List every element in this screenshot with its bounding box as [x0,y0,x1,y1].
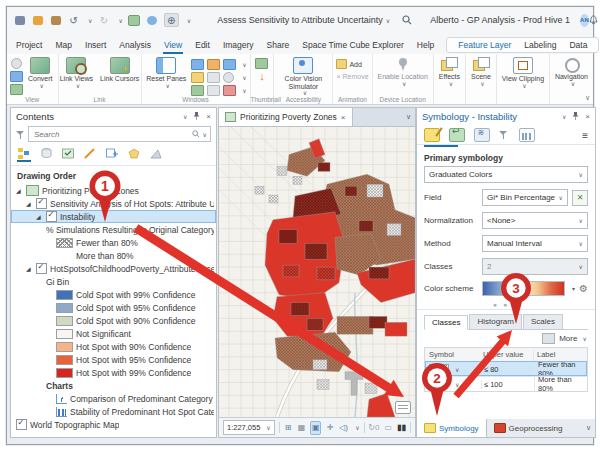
tab-scales[interactable]: Scales [523,314,563,329]
tab-analysis[interactable]: Analysis [118,38,152,54]
legend-item[interactable]: Hot Spot with 90% Confidence [11,340,216,353]
legend-item[interactable]: Cold Spot with 95% Confidence [11,301,216,314]
download-thumbnail-icon[interactable]: ↓ [259,71,265,81]
reset-panes-button[interactable]: Reset Panes∨ [144,56,188,90]
class-symbol-swatch[interactable] [429,364,449,374]
globe-icon[interactable] [146,14,159,26]
layer-item-map[interactable]: ◢ Prioritizing Poverty Zones [11,184,216,197]
symbology-menu-chevron-icon[interactable]: ∨ [562,113,566,120]
primary-symbology-icon[interactable] [424,128,440,142]
color-vision-simulator-button[interactable]: Color Vision Simulator∨ [277,56,329,98]
expand-icon[interactable]: ◢ [16,187,23,194]
legend-item[interactable]: Cold Spot with 99% Confidence [11,288,216,301]
tab-imagery[interactable]: Imagery [222,38,255,54]
symbology-close-icon[interactable]: × [585,112,590,121]
list-by-drawing-order-icon[interactable] [17,147,31,162]
tab-map[interactable]: Map [54,38,73,54]
map-tab[interactable]: Prioritizing Poverty Zones × [219,108,353,126]
expand-icon[interactable]: ◢ [26,200,33,207]
table-row[interactable]: ∨ ≤ 80 Fewer than 80% [425,361,587,376]
convert-button[interactable]: Convert∨ [26,56,55,90]
popout-icon[interactable] [395,401,411,414]
catalog-pane-icon[interactable] [207,59,220,70]
redo-icon[interactable]: ↻ [97,14,110,26]
class-symbol-swatch[interactable] [429,379,449,389]
expand-icon[interactable]: ◢ [26,265,33,272]
scale-select[interactable]: 1:227,055∨ [223,420,275,435]
tab-classes[interactable]: Classes [424,315,468,330]
vary-symbology-icon[interactable] [449,128,465,142]
symbology-pin-icon[interactable] [572,112,579,122]
save-icon[interactable] [13,14,26,26]
locate-icon[interactable]: ↻0 [368,422,379,434]
tab-edit[interactable]: Edit [194,38,211,54]
contents-pane-icon[interactable] [191,59,204,70]
visibility-checkbox[interactable] [36,198,47,209]
contents-close-icon[interactable]: × [206,112,211,121]
tasks-pane-icon[interactable] [191,85,204,96]
list-by-charts-icon[interactable] [149,147,163,162]
primary-symbology-select[interactable]: Graduated Colors∨ [424,166,588,183]
overview-map-icon[interactable]: ▣ [310,421,321,435]
notifications-icon[interactable] [589,15,598,25]
legend-item[interactable]: Hot Spot with 99% Confidence [11,366,216,379]
tab-view[interactable]: View [163,38,183,54]
scene-button[interactable]: Scene∨ [469,56,493,88]
visibility-checkbox[interactable] [16,419,27,430]
visibility-checkbox[interactable] [46,211,57,222]
link-views-button[interactable]: Link Views∨ [58,56,95,90]
pause-drawing-icon[interactable] [11,58,22,69]
new-map-view-icon[interactable]: ⊞ [283,422,292,434]
tab-histogram[interactable]: Histogram [469,314,521,329]
tab-feature-layer[interactable]: Feature Layer [458,40,511,50]
share-pane-icon[interactable] [223,85,236,96]
symbol-layer-drawing-icon[interactable] [474,128,490,142]
python-window-icon[interactable] [223,59,236,70]
contents-menu-chevron-icon[interactable]: ∨ [183,113,187,120]
search-icon[interactable] [402,15,412,25]
expand-icon[interactable]: ◢ [36,213,43,220]
add-bookmark-icon[interactable]: ✛ [325,422,334,434]
more-button[interactable]: More ∨ [559,334,587,343]
dialog-icon[interactable] [207,72,220,83]
filter-icon[interactable] [16,130,25,139]
tab-share[interactable]: Share [266,38,291,54]
layer-item-group[interactable]: ◢ Sensitivity Analysis of Hot Spots: Att… [11,197,216,210]
search-chevron-icon[interactable]: ∨ [203,131,207,138]
chart-item[interactable]: Comparison of Predominant Category with … [11,392,216,405]
redo-chevron-icon[interactable]: ∨ [118,17,122,24]
contents-search-input[interactable]: ∨ [28,126,211,142]
undo-chevron-icon[interactable]: ∨ [88,17,92,24]
windows-chevron-icon[interactable]: ∨ [242,61,246,68]
media-chevron-icon[interactable]: ∨ [355,424,359,431]
windows-chevron2-icon[interactable]: ∨ [242,74,246,81]
notification-pane-icon[interactable] [207,85,220,96]
tab-project[interactable]: Project [15,38,43,54]
visibility-checkbox[interactable] [36,263,47,274]
layer-item-instability[interactable]: ◢ Instability [11,210,216,223]
color-scheme-chevron-icon[interactable]: ▾ [572,285,575,292]
command-search[interactable]: Assess Sensitivity to Attribute Uncertai… [217,15,390,25]
color-scheme-select[interactable] [482,281,565,296]
chart-item[interactable]: Stability of Predominant Hot Spot Catego… [11,405,216,418]
gear-icon[interactable]: ⚙ [579,283,588,294]
explore-tool-icon[interactable]: ⊕ [164,13,179,27]
search-input[interactable] [32,129,192,140]
legend-item[interactable]: Cold Spot with 90% Confidence [11,314,216,327]
list-by-editing-icon[interactable] [83,147,97,162]
tab-space-time-cube-explorer[interactable]: Space Time Cube Explorer [301,38,405,54]
create-thumbnail-icon[interactable] [255,58,268,69]
tab-labeling[interactable]: Labeling [524,40,556,50]
scale-based-symbology-icon[interactable] [499,130,510,141]
history-icon[interactable] [223,72,234,83]
tab-geoprocessing[interactable]: Geoprocessing [487,419,570,437]
qat-customize-icon[interactable]: ∨ [187,17,191,24]
tab-symbology[interactable]: Symbology [417,419,487,437]
legend-item[interactable]: Not Significant [11,327,216,340]
charts-icon[interactable] [10,71,23,82]
normalization-select[interactable]: <None>∨ [482,212,588,229]
classes-select[interactable]: 2∨ [482,258,588,275]
windows-chevron3-icon[interactable]: ∨ [242,87,246,94]
tab-data[interactable]: Data [569,40,587,50]
media-icon[interactable]: ◁) [339,422,348,434]
